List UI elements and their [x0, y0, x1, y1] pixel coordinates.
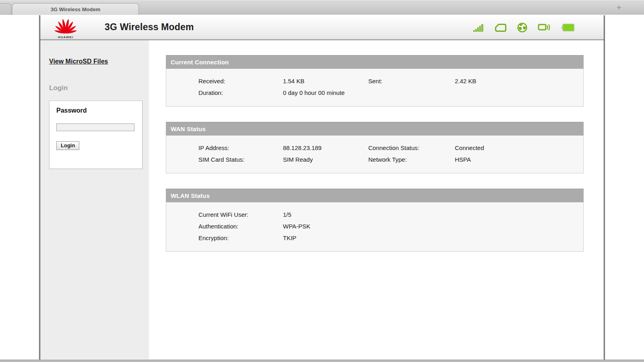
sidebar: View MicroSD Files Login Password Login — [40, 40, 149, 359]
status-row: Received: 1.54 KB Sent: 2.42 KB — [166, 75, 583, 87]
field-value: TKIP — [283, 232, 368, 244]
view-microsd-files-link[interactable]: View MicroSD Files — [49, 58, 108, 65]
huawei-flower-icon — [54, 17, 77, 34]
field-value: HSPA — [455, 154, 583, 165]
field-value: 0 day 0 hour 00 minute — [283, 87, 368, 99]
field-label: Received: — [198, 75, 283, 87]
field-label: Sent: — [368, 75, 455, 87]
field-value: SIM Ready — [283, 154, 368, 165]
status-row: IP Address: 88.128.23.189 Connection Sta… — [166, 142, 583, 154]
page-body: View MicroSD Files Login Password Login … — [40, 40, 604, 359]
status-icon-group — [473, 23, 575, 33]
field-label: IP Address: — [198, 142, 283, 154]
field-value: WPA-PSK — [283, 220, 368, 232]
section-body: Received: 1.54 KB Sent: 2.42 KB Duration… — [166, 69, 584, 107]
huawei-logo-text: HUAWEI — [54, 35, 77, 39]
field-label: Network Type: — [368, 154, 455, 165]
partial-tab[interactable] — [0, 3, 11, 15]
status-row: Authentication: WPA-PSK — [166, 220, 583, 232]
browser-tab-title: 3G Wireless Modem — [51, 6, 100, 12]
field-value: 1.54 KB — [283, 75, 368, 87]
sim-card-icon — [495, 23, 507, 32]
login-button[interactable]: Login — [56, 141, 79, 150]
page-title: 3G Wireless Modem — [105, 22, 194, 33]
field-label: Current WiFi User: — [198, 209, 283, 220]
browser-tab-bar: 3G Wireless Modem + — [0, 0, 644, 14]
field-value: 1/5 — [283, 209, 368, 220]
new-tab-button[interactable]: + — [613, 2, 625, 13]
section-body: IP Address: 88.128.23.189 Connection Sta… — [166, 136, 584, 173]
globe-icon — [517, 23, 527, 33]
huawei-logo: HUAWEI — [54, 17, 77, 39]
page-header: HUAWEI 3G Wireless Modem — [40, 15, 604, 40]
field-value: 88.128.23.189 — [283, 142, 368, 154]
section-body: Current WiFi User: 1/5 Authentication: W… — [166, 202, 584, 252]
status-row: Duration: 0 day 0 hour 00 minute — [166, 87, 583, 99]
field-value: Connected — [455, 142, 583, 154]
field-value: 2.42 KB — [455, 75, 583, 87]
field-value — [455, 209, 583, 220]
battery-icon — [561, 23, 575, 32]
modem-page-frame: HUAWEI 3G Wireless Modem — [39, 15, 605, 360]
field-label — [368, 87, 455, 99]
section-title: WLAN Status — [166, 189, 584, 202]
field-label: Connection Status: — [368, 142, 455, 154]
field-label — [368, 232, 455, 244]
field-label — [368, 209, 455, 220]
main-content: Current Connection Received: 1.54 KB Sen… — [149, 40, 604, 359]
section-title: WAN Status — [166, 122, 584, 136]
wlan-status-section: WLAN Status Current WiFi User: 1/5 Authe… — [166, 189, 584, 252]
field-value — [455, 87, 583, 99]
section-title: Current Connection — [166, 55, 584, 69]
password-input[interactable] — [56, 123, 134, 131]
field-label: Authentication: — [198, 220, 283, 232]
signal-strength-icon — [473, 23, 484, 33]
field-label: SIM Card Status: — [198, 154, 283, 165]
status-row: SIM Card Status: SIM Ready Network Type:… — [166, 154, 583, 165]
field-value — [455, 232, 583, 244]
field-value — [455, 220, 583, 232]
browser-viewport: HUAWEI 3G Wireless Modem — [0, 15, 644, 362]
password-label: Password — [56, 107, 135, 114]
wan-status-section: WAN Status IP Address: 88.128.23.189 Con… — [166, 122, 584, 173]
field-label: Encryption: — [198, 232, 283, 244]
field-label — [368, 220, 455, 232]
window-bottom-edge — [0, 360, 644, 362]
login-heading: Login — [49, 84, 149, 92]
current-connection-section: Current Connection Received: 1.54 KB Sen… — [166, 55, 584, 107]
browser-tab[interactable]: 3G Wireless Modem — [12, 3, 139, 15]
field-label: Duration: — [198, 87, 283, 99]
wifi-broadcast-icon — [538, 23, 551, 32]
status-row: Encryption: TKIP — [166, 232, 583, 244]
status-row: Current WiFi User: 1/5 — [166, 209, 583, 220]
login-panel: Password Login — [49, 101, 142, 169]
